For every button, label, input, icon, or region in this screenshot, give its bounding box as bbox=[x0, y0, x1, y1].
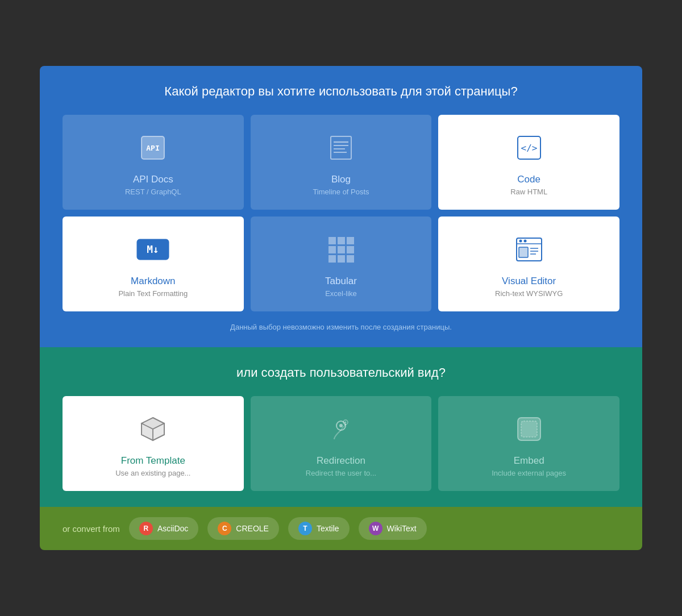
markdown-icon: M↓ bbox=[136, 232, 170, 267]
card-visual-editor-subtitle: Rich-text WYSIWYG bbox=[495, 289, 563, 298]
code-icon: </> bbox=[512, 131, 546, 165]
convert-textile-button[interactable]: T Textile bbox=[288, 517, 350, 540]
svg-rect-15 bbox=[338, 246, 345, 253]
embed-icon bbox=[512, 412, 546, 446]
svg-rect-12 bbox=[338, 237, 345, 244]
card-tabular[interactable]: Tabular Excel-like bbox=[251, 217, 432, 311]
card-tabular-subtitle: Excel-like bbox=[325, 289, 357, 298]
svg-point-23 bbox=[523, 240, 526, 243]
card-code[interactable]: </> Code Raw HTML bbox=[438, 115, 619, 210]
card-embed[interactable]: Embed Include external pages bbox=[438, 396, 619, 491]
svg-rect-18 bbox=[338, 255, 345, 263]
svg-rect-14 bbox=[328, 246, 336, 253]
card-from-template[interactable]: From Template Use an existing page... bbox=[63, 396, 244, 491]
teal-section-title: или создать пользовательский вид? bbox=[63, 365, 619, 380]
svg-rect-16 bbox=[347, 246, 354, 253]
convert-label: or convert from bbox=[63, 524, 120, 534]
wikitext-label: WikiText bbox=[387, 524, 417, 533]
wikitext-icon: W bbox=[369, 522, 382, 535]
svg-text:</>: </> bbox=[521, 143, 537, 153]
redirection-icon bbox=[324, 412, 358, 446]
visual-editor-icon bbox=[512, 232, 546, 267]
svg-rect-13 bbox=[347, 237, 354, 244]
card-markdown-title: Markdown bbox=[131, 276, 175, 287]
editor-selection-section: Какой редактор вы хотите использовать дл… bbox=[40, 66, 642, 347]
creole-label: CREOLE bbox=[236, 524, 269, 533]
svg-rect-19 bbox=[347, 255, 354, 263]
card-api-docs-title: API Docs bbox=[133, 174, 173, 185]
card-blog-subtitle: Timeline of Posts bbox=[313, 188, 369, 196]
card-tabular-title: Tabular bbox=[325, 276, 357, 287]
blog-icon bbox=[324, 131, 358, 165]
card-blog[interactable]: Blog Timeline of Posts bbox=[251, 115, 432, 210]
editor-cards-grid: API API Docs REST / GraphQL B bbox=[63, 115, 619, 311]
svg-rect-17 bbox=[328, 255, 336, 263]
custom-view-cards-grid: From Template Use an existing page... bbox=[63, 396, 619, 491]
svg-rect-37 bbox=[521, 421, 537, 437]
svg-text:API: API bbox=[147, 144, 160, 152]
card-redirection[interactable]: Redirection Redirect the user to... bbox=[251, 396, 432, 491]
svg-point-35 bbox=[344, 422, 346, 423]
disclaimer-text: Данный выбор невозможно изменить после с… bbox=[63, 323, 619, 331]
textile-label: Textile bbox=[317, 524, 339, 533]
card-visual-editor-title: Visual Editor bbox=[502, 276, 556, 287]
card-embed-title: Embed bbox=[514, 455, 544, 467]
svg-text:M↓: M↓ bbox=[147, 243, 159, 255]
asciidoc-icon: R bbox=[139, 522, 153, 535]
api-docs-icon: API bbox=[136, 131, 170, 165]
card-from-template-subtitle: Use an existing page... bbox=[115, 469, 190, 477]
svg-rect-11 bbox=[328, 237, 336, 244]
card-markdown-subtitle: Plain Text Formatting bbox=[118, 289, 188, 298]
card-api-docs[interactable]: API API Docs REST / GraphQL bbox=[63, 115, 244, 210]
card-from-template-title: From Template bbox=[121, 455, 185, 467]
card-markdown[interactable]: M↓ Markdown Plain Text Formatting bbox=[63, 217, 244, 311]
tabular-icon bbox=[324, 232, 358, 267]
card-redirection-subtitle: Redirect the user to... bbox=[306, 469, 376, 477]
creole-icon: C bbox=[218, 522, 231, 535]
convert-asciidoc-button[interactable]: R AsciiDoc bbox=[129, 517, 198, 540]
svg-rect-24 bbox=[519, 247, 528, 257]
svg-point-33 bbox=[339, 424, 343, 427]
convert-from-bar: or convert from R AsciiDoc C CREOLE T Te… bbox=[40, 507, 642, 550]
card-code-subtitle: Raw HTML bbox=[510, 188, 547, 196]
textile-icon: T bbox=[298, 522, 312, 535]
blue-section-title: Какой редактор вы хотите использовать дл… bbox=[63, 84, 619, 99]
template-icon bbox=[136, 412, 170, 446]
convert-wikitext-button[interactable]: W WikiText bbox=[359, 517, 427, 540]
asciidoc-label: AsciiDoc bbox=[157, 524, 188, 533]
svg-point-22 bbox=[519, 240, 522, 243]
convert-creole-button[interactable]: C CREOLE bbox=[207, 517, 279, 540]
svg-rect-2 bbox=[331, 136, 351, 159]
custom-view-section: или создать пользовательский вид? From T… bbox=[40, 347, 642, 507]
card-blog-title: Blog bbox=[331, 174, 351, 185]
card-code-title: Code bbox=[517, 174, 540, 185]
card-visual-editor[interactable]: Visual Editor Rich-text WYSIWYG bbox=[438, 217, 619, 311]
card-redirection-title: Redirection bbox=[317, 455, 365, 467]
main-container: Какой редактор вы хотите использовать дл… bbox=[40, 66, 642, 550]
card-api-docs-subtitle: REST / GraphQL bbox=[125, 188, 181, 196]
card-embed-subtitle: Include external pages bbox=[492, 469, 566, 477]
